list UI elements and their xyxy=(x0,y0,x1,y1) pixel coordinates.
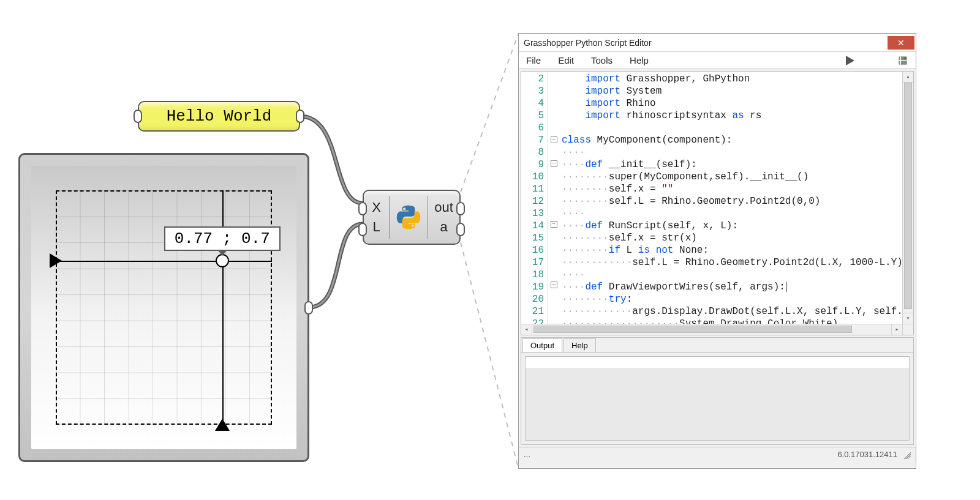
run-button[interactable] xyxy=(846,56,854,65)
output-label-a: a xyxy=(440,219,447,235)
ghpy-outputs: out a xyxy=(428,196,459,239)
menu-file[interactable]: File xyxy=(526,55,541,65)
output-textarea[interactable] xyxy=(525,356,910,441)
slider-knob[interactable] xyxy=(216,254,229,267)
script-editor-window: Grasshopper Python Script Editor ✕ File … xyxy=(518,33,916,469)
ghpython-component[interactable]: X L out a xyxy=(363,190,461,245)
menu-tools[interactable]: Tools xyxy=(591,55,612,65)
output-grip-out[interactable] xyxy=(456,202,465,215)
scroll-left-icon[interactable]: ◂ xyxy=(521,324,532,335)
slider-bounds xyxy=(56,190,272,425)
slider-marker-left xyxy=(50,253,62,268)
line-number-gutter: 2345678910111213141516171819202122 xyxy=(521,72,548,335)
panel-output-grip[interactable] xyxy=(296,110,304,123)
grasshopper-canvas: Hello World 0.77 ; 0.7 X L xyxy=(0,0,514,500)
input-label-x: X xyxy=(372,200,381,215)
md-slider-component[interactable]: 0.77 ; 0.7 xyxy=(18,153,309,462)
slider-surface[interactable]: 0.77 ; 0.7 xyxy=(31,166,296,449)
tab-help[interactable]: Help xyxy=(564,338,596,352)
menu-edit[interactable]: Edit xyxy=(558,55,574,65)
test-button[interactable] xyxy=(897,55,908,66)
slider-marker-bottom xyxy=(215,419,230,431)
code-editor[interactable]: 2345678910111213141516171819202122 −−−− … xyxy=(521,71,914,335)
status-bar: ... 6.0.17031.12411 xyxy=(519,447,916,461)
title-bar[interactable]: Grasshopper Python Script Editor ✕ xyxy=(519,34,916,52)
fold-gutter[interactable]: −−−− xyxy=(548,72,559,335)
scroll-right-icon[interactable]: ▸ xyxy=(891,324,902,335)
hscroll-thumb[interactable] xyxy=(533,326,852,333)
menu-bar: File Edit Tools Help xyxy=(519,52,916,69)
input-label-l: L xyxy=(372,219,380,235)
panel-input-grip[interactable] xyxy=(134,110,142,123)
output-label-out: out xyxy=(434,200,453,215)
close-button[interactable]: ✕ xyxy=(888,36,914,50)
vscroll-thumb[interactable] xyxy=(904,83,912,309)
status-version: 6.0.17031.12411 xyxy=(837,450,897,459)
resize-grip-icon[interactable] xyxy=(902,450,911,459)
horizontal-scrollbar[interactable]: ◂ ▸ xyxy=(521,324,913,335)
text-panel-content: Hello World xyxy=(167,107,272,125)
slider-readout-text: 0.77 ; 0.7 xyxy=(175,229,270,248)
slider-output-grip[interactable] xyxy=(304,301,313,315)
tab-output[interactable]: Output xyxy=(522,338,562,352)
window-title: Grasshopper Python Script Editor xyxy=(524,38,652,48)
scroll-down-icon[interactable]: ▾ xyxy=(903,313,913,324)
close-icon: ✕ xyxy=(897,38,905,48)
scroll-up-icon[interactable]: ▴ xyxy=(903,72,913,83)
menu-help[interactable]: Help xyxy=(630,55,649,65)
output-tabs: Output Help xyxy=(521,338,913,353)
ghpy-icon-slot[interactable] xyxy=(390,204,428,231)
slider-cross-horizontal xyxy=(56,261,272,262)
input-grip-l[interactable] xyxy=(358,223,367,236)
code-text[interactable]: import Grasshopper, GhPython import Syst… xyxy=(559,72,913,335)
python-icon xyxy=(395,204,422,231)
svg-point-3 xyxy=(904,57,907,60)
slider-cross-vertical xyxy=(222,190,224,425)
vertical-scrollbar[interactable]: ▴ ▾ xyxy=(902,72,913,324)
input-grip-x[interactable] xyxy=(358,202,367,215)
slider-readout: 0.77 ; 0.7 xyxy=(164,226,281,251)
output-grip-a[interactable] xyxy=(456,223,465,236)
output-panel: Output Help xyxy=(521,337,914,445)
scroll-corner xyxy=(902,324,913,335)
status-left: ... xyxy=(524,450,530,459)
text-panel[interactable]: Hello World xyxy=(138,101,300,132)
ghpy-inputs: X L xyxy=(364,196,390,239)
